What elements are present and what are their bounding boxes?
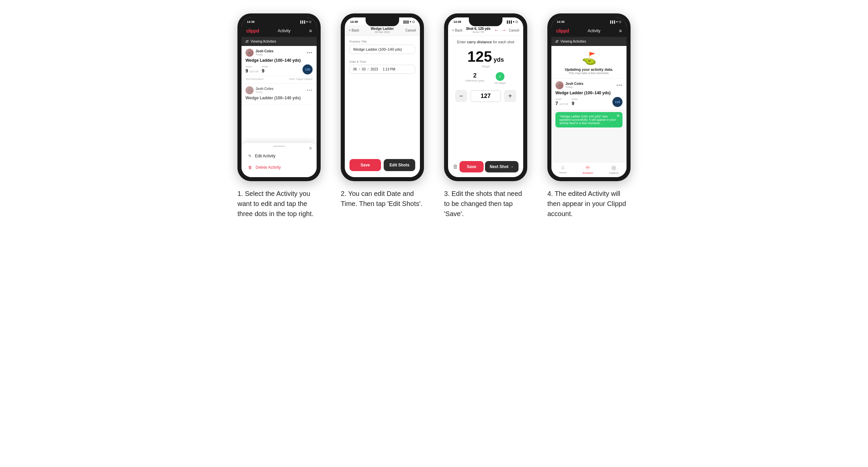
date-day: 06 (353, 67, 357, 71)
difference-val-3: 2 (466, 72, 484, 79)
form-title-input[interactable] (349, 44, 415, 54)
activity-card-1[interactable]: JC Josh Coles Today ••• Wedge Ladder (10… (242, 46, 317, 84)
next-shot-btn-3[interactable]: Next Shot → (485, 161, 519, 173)
update-title-4: Updating your activity data. (565, 67, 613, 71)
save-btn-2[interactable]: Save (349, 159, 381, 171)
arrow-right-icon-3: → (510, 164, 514, 169)
activity-title-1: Wedge Ladder (100–140 yds) (246, 58, 313, 63)
instruction-bold-3: carry distance (467, 40, 492, 44)
caption-4: 4. The edited Activity will then appear … (547, 189, 630, 219)
status-time-4: 14:38 (557, 20, 564, 24)
nav-center-sub-2: 06 Mar 2023 (371, 31, 394, 34)
prev-arrow-3[interactable]: ← (494, 27, 499, 33)
viewing-icon-4: ⇄ (555, 39, 558, 43)
sheet-close-1[interactable]: ✕ (309, 146, 313, 151)
phone-notch-2 (366, 18, 399, 26)
update-sub-4: This may take a few moments. (568, 71, 610, 75)
next-arrow-3[interactable]: → (501, 27, 507, 33)
status-time-1: 14:38 (247, 20, 254, 24)
phone-screen-2: 14:38 ▐▐▐ ✦ ⬡ < Back Wedge Ladder 06 Mar… (345, 18, 420, 177)
more-dots-4[interactable]: ••• (616, 83, 622, 88)
back-btn-2[interactable]: < Back (349, 29, 359, 32)
toast-close-4[interactable]: ✕ (616, 114, 620, 118)
delete-activity-label: Delete Activity (255, 165, 281, 170)
card-header-4: JC Josh Coles Today ••• (555, 81, 622, 89)
phone-col-1: 14:38 ▐▐▐ ✦ ⬡ clippd Activity ≡ ⇄ Viewin… (232, 13, 326, 219)
delete-activity-item[interactable]: 🗑 Delete Activity (242, 162, 317, 173)
shot-title-3: Shot 6, 125 yds (466, 27, 490, 31)
form-spacer (345, 76, 420, 156)
bottom-space-3 (448, 175, 523, 177)
avatar-1: JC (246, 49, 253, 57)
edit-shots-btn-2[interactable]: Edit Shots (384, 159, 415, 171)
more-dots-2[interactable]: ••• (307, 88, 313, 93)
status-time-3: 14:39 (454, 20, 461, 24)
nav-capture-4[interactable]: ◎ Capture (609, 164, 618, 175)
home-label-4: Home (559, 171, 566, 174)
activity-title-2: Wedge Ladder (100–140 yds) (246, 96, 313, 100)
update-area-4: ⛳ Updating your activity data. This may … (551, 46, 626, 79)
cancel-3[interactable]: Cancel (509, 29, 519, 32)
edit-activity-item[interactable]: ✎ Edit Activity (242, 150, 317, 162)
edit-icon: ✎ (248, 154, 252, 158)
delete-shot-btn-3[interactable]: 🗑 (453, 164, 458, 170)
form-datetime-label: Date & Time (349, 60, 415, 63)
success-toast-4: "Wedge Ladder (100–140 yds)" was updated… (555, 112, 622, 127)
hit-target-circle-3: ✓ (496, 72, 504, 81)
plus-btn-3[interactable]: + (504, 90, 516, 102)
home-icon-4: ⌂ (561, 164, 565, 170)
activity-card-2[interactable]: JC Josh Coles Today ••• Wedge Ladder (10… (242, 84, 317, 105)
phone-screen-4: 14:38 ▐▐▐ ✦ ⬡ clippd Activity ≡ ⇄ Viewin… (551, 18, 626, 177)
status-icons-3: ▐▐▐ ✦ ⬡ (506, 21, 518, 24)
difference-label-3: Difference (yds) (466, 79, 484, 82)
menu-icon-4[interactable]: ≡ (619, 28, 622, 34)
activity-card-4[interactable]: JC Josh Coles Today ••• Wedge Ladder (10… (551, 79, 626, 110)
user-info-2: Josh Coles Today (255, 87, 273, 94)
nav-bar-1: clippd Activity ≡ (242, 25, 317, 37)
phone-col-2: 14:38 ▐▐▐ ✦ ⬡ < Back Wedge Ladder 06 Mar… (335, 13, 429, 209)
phone-4: 14:38 ▐▐▐ ✦ ⬡ clippd Activity ≡ ⇄ Viewin… (547, 13, 630, 181)
nav-title-4: Activity (588, 29, 600, 33)
card-user-2: JC Josh Coles Today (246, 86, 273, 94)
user-info-4: Josh Coles Today (565, 82, 583, 89)
nav-center-2: Wedge Ladder 06 Mar 2023 (371, 27, 394, 34)
menu-icon-1[interactable]: ≡ (309, 28, 312, 34)
target-label-3: Target (448, 65, 523, 68)
phone-screen-3: 14:39 ▐▐▐ ✦ ⬡ < Back Shot 6, 125 yds Sco… (448, 18, 523, 177)
caption-1: 1. Select the Activity you want to edit … (238, 189, 321, 219)
status-icons-4: ▐▐▐ ✦ ⬡ (610, 21, 621, 24)
card-user-1: JC Josh Coles Today (246, 49, 273, 57)
viewing-icon-1: ⇄ (246, 39, 249, 43)
stat-shots-1: Shots 9 (262, 65, 268, 74)
viewing-label-4: Viewing Activities (560, 39, 586, 43)
status-icons-1: ▐▐▐ ✦ ⬡ (300, 21, 311, 24)
minus-btn-3[interactable]: − (455, 90, 467, 102)
distance-unit-3: yds (493, 56, 504, 63)
user-name-1: Josh Coles (255, 49, 273, 53)
phone-notch-4 (572, 18, 606, 26)
user-date-4: Today (565, 86, 583, 89)
shot-back-3[interactable]: < Back (452, 29, 463, 32)
hit-target-stat-3: ✓ Hit Target (494, 72, 506, 85)
shot-instruction-3: Enter carry distance for each shot (448, 36, 523, 46)
datetime-row-2[interactable]: 06 / 03 / 2023 1:13 PM (349, 65, 415, 74)
bottom-sheet-1: ✕ ✎ Edit Activity 🗑 Delete Activity (242, 143, 317, 177)
more-dots-1[interactable]: ••• (307, 50, 313, 55)
save-shot-btn-3[interactable]: Save (460, 161, 484, 173)
toast-text-4: "Wedge Ladder (100–140 yds)" was updated… (559, 115, 616, 125)
viewing-bar-4: ⇄ Viewing Activities (551, 37, 626, 46)
user-name-2: Josh Coles (255, 87, 273, 91)
nav-home-4[interactable]: ⌂ Home (559, 164, 566, 175)
distance-input-3[interactable] (470, 90, 501, 102)
card-footer-1: Test Information Data: Clippd Capture (246, 76, 313, 81)
edit-nav-2: < Back Wedge Ladder 06 Mar 2023 Cancel (345, 25, 420, 36)
quality-badge-1: 130 (303, 64, 313, 74)
nav-center-title-2: Wedge Ladder (371, 27, 394, 31)
phone-3: 14:39 ▐▐▐ ✦ ⬡ < Back Shot 6, 125 yds Sco… (444, 13, 527, 181)
phone-screen-1: 14:38 ▐▐▐ ✦ ⬡ clippd Activity ≡ ⇄ Viewin… (242, 18, 317, 177)
avatar-4: JC (555, 81, 563, 89)
cancel-btn-2[interactable]: Cancel (405, 29, 416, 32)
phone-notch-1 (262, 18, 296, 26)
nav-activities-4[interactable]: ♾ Activities (583, 164, 593, 175)
shot-distance-3: 125 yds Target (448, 46, 523, 69)
